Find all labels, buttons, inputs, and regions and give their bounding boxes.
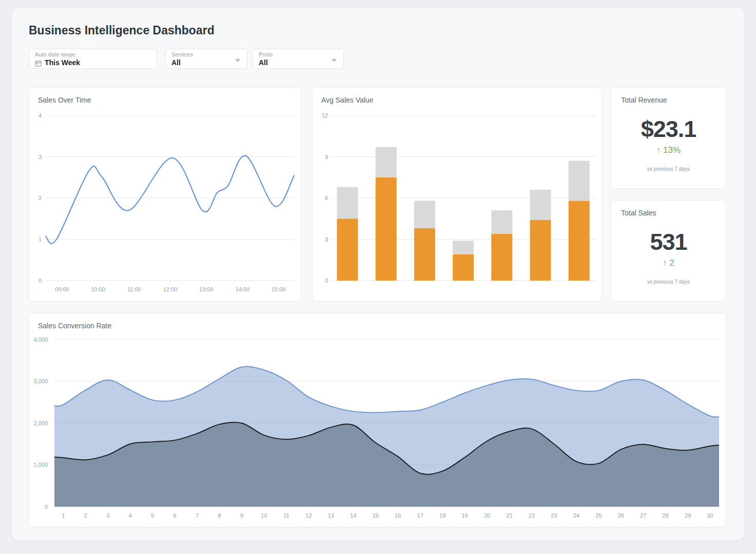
svg-text:2,000: 2,000 (33, 420, 48, 426)
svg-text:29: 29 (685, 512, 691, 519)
svg-text:12: 12 (322, 112, 328, 118)
svg-text:1: 1 (38, 236, 42, 243)
kpi-delta-up: ↑ 13% (611, 145, 726, 155)
kpi-note: vs previous 7 days (611, 166, 726, 172)
svg-text:8: 8 (218, 512, 221, 519)
dashboard-container: Business Intelligence Dashboard Auto dat… (12, 8, 744, 540)
svg-text:0: 0 (325, 278, 328, 284)
svg-text:6: 6 (325, 195, 328, 201)
filter-value: This Week (35, 58, 151, 67)
filter-date-value: This Week (45, 58, 80, 67)
svg-text:11:00: 11:00 (127, 286, 141, 292)
svg-text:26: 26 (618, 512, 624, 519)
svg-text:25: 25 (595, 512, 602, 519)
svg-text:18: 18 (439, 512, 445, 519)
card-sales-over-time: Sales Over Time 0123409:0010:0011:0012:0… (29, 87, 301, 302)
svg-text:4: 4 (38, 112, 42, 118)
svg-text:5: 5 (151, 512, 154, 519)
svg-text:2: 2 (84, 512, 87, 519)
svg-text:09:00: 09:00 (55, 286, 69, 292)
filter-label: Auto date range (35, 51, 151, 58)
svg-text:14:00: 14:00 (236, 286, 250, 292)
svg-text:15:00: 15:00 (272, 286, 286, 292)
kpi-value: 531 (611, 229, 726, 255)
svg-text:3: 3 (38, 154, 42, 160)
svg-text:12:00: 12:00 (163, 286, 178, 292)
svg-text:24: 24 (573, 512, 579, 519)
svg-text:4: 4 (129, 512, 132, 519)
svg-text:10: 10 (261, 512, 267, 519)
svg-text:0: 0 (45, 504, 48, 510)
svg-text:1: 1 (62, 512, 65, 519)
svg-text:3,000: 3,000 (33, 378, 48, 384)
svg-text:12: 12 (305, 512, 312, 519)
svg-text:3: 3 (325, 236, 328, 243)
calendar-icon (35, 60, 42, 66)
kpi-note: vs previous 7 days (611, 279, 726, 285)
svg-text:9: 9 (240, 512, 243, 519)
card-sales-conversion-rate: Sales Conversion Rate 01,0002,0003,0004,… (29, 313, 726, 527)
svg-text:27: 27 (640, 512, 646, 519)
chevron-down-icon (332, 59, 337, 62)
kpi-card-total-revenue: Total Revenue $23.1 ↑ 13% vs previous 7 … (611, 87, 726, 189)
svg-text:10:00: 10:00 (91, 286, 105, 292)
filter-posts-value: All (259, 58, 338, 67)
filter-date-range[interactable]: Auto date range This Week (29, 49, 157, 69)
svg-text:22: 22 (529, 512, 535, 519)
svg-text:13:00: 13:00 (199, 286, 214, 292)
page-title: Business Intelligence Dashboard (29, 24, 215, 37)
svg-text:9: 9 (325, 154, 328, 160)
filter-posts[interactable]: Posts All (253, 49, 344, 69)
svg-text:14: 14 (350, 512, 356, 519)
kpi-value: $23.1 (611, 116, 726, 143)
svg-text:23: 23 (551, 512, 557, 519)
card-avg-sales-value: Avg Sales Value 036912 (312, 87, 602, 302)
kpi-card-total-sales: Total Sales 531 ↑ 2 vs previous 7 days (611, 200, 726, 302)
svg-text:15: 15 (373, 512, 379, 519)
filter-label: Services (171, 51, 241, 58)
svg-text:1,000: 1,000 (33, 462, 48, 468)
kpi-title: Total Sales (621, 209, 656, 217)
filter-label: Posts (259, 51, 338, 58)
svg-text:13: 13 (328, 512, 334, 519)
svg-text:7: 7 (196, 512, 199, 519)
kpi-delta-up: ↑ 2 (611, 258, 726, 268)
svg-text:20: 20 (484, 512, 490, 519)
svg-text:6: 6 (173, 512, 177, 519)
svg-text:17: 17 (417, 512, 423, 519)
filter-services-value: All (171, 58, 241, 67)
svg-text:19: 19 (461, 512, 468, 519)
svg-text:11: 11 (283, 512, 289, 519)
svg-text:30: 30 (707, 512, 713, 519)
kpi-title: Total Revenue (621, 96, 667, 104)
svg-text:2: 2 (38, 195, 42, 201)
chevron-down-icon (235, 59, 240, 62)
svg-text:21: 21 (506, 512, 512, 519)
filter-services[interactable]: Services All (165, 49, 247, 69)
svg-text:16: 16 (395, 512, 401, 519)
svg-text:3: 3 (106, 512, 109, 519)
svg-text:0: 0 (38, 278, 42, 284)
svg-text:4,000: 4,000 (33, 337, 48, 343)
svg-text:28: 28 (663, 512, 669, 519)
